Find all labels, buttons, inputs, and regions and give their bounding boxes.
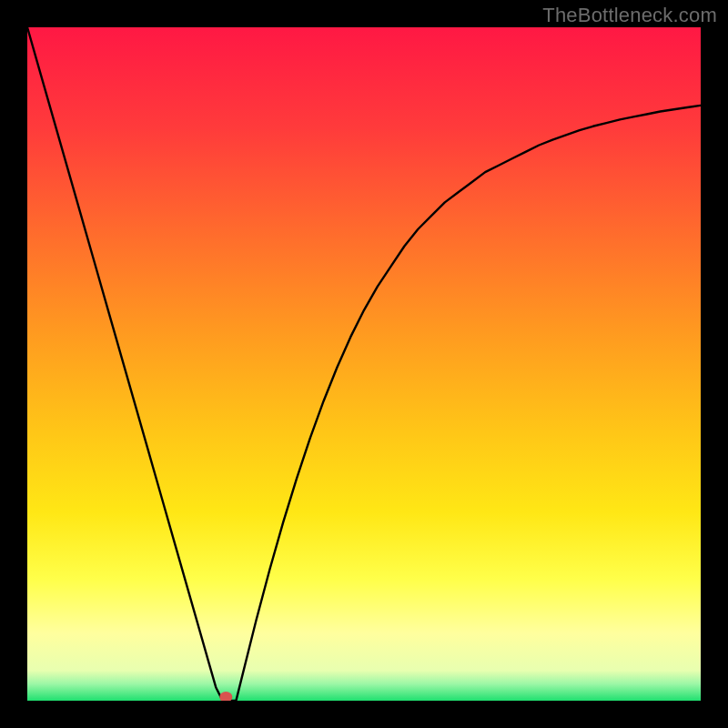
watermark-text: TheBottleneck.com bbox=[542, 4, 717, 27]
chart-background bbox=[27, 27, 701, 701]
chart-svg bbox=[27, 27, 701, 701]
plot-area bbox=[27, 27, 701, 701]
chart-container: TheBottleneck.com bbox=[0, 0, 728, 728]
